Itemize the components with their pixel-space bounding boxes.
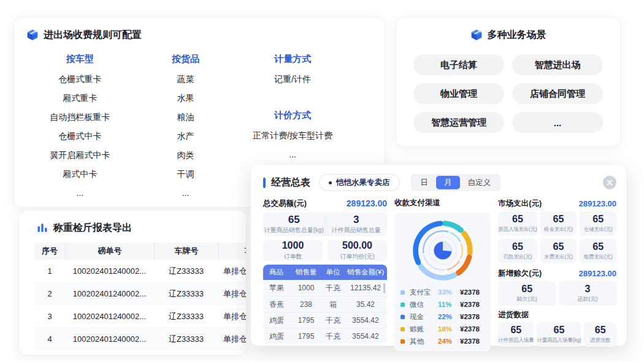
payment-donut-chart — [408, 216, 477, 285]
expense-stat-box: 65 仓储支出(元) — [580, 211, 616, 236]
stat-value: 65 — [553, 214, 564, 225]
scenario-pill[interactable]: 电子结算 — [413, 55, 504, 75]
purchase-data-title: 进货数据 — [498, 310, 616, 320]
stat-value: 3 — [585, 284, 591, 295]
product-sales-table: 商品名 销售量 单位 销售金额(¥) 苹果 1000 千克 12135.42 — [263, 265, 387, 344]
pricing-section: 计价方式 正常计费/按车型计费... — [237, 108, 348, 164]
weighing-report-header: 称重检斤报表导出 — [19, 221, 246, 235]
scenarios-card: 多种业务场景 电子结算智慧进出场物业管理店铺合同管理智慧运营管理... — [396, 17, 621, 146]
dashboard-card: 经营总表 恺恺水果专卖店 日月自定义 总交易额(元) 289123.00 — [250, 164, 627, 346]
scenario-pill[interactable]: ... — [512, 112, 603, 133]
dashboard-body: 总交易额(元) 289123.00 65 计重商品销售总量(kg) 3 计件商品… — [263, 197, 616, 351]
period-tab[interactable]: 月 — [436, 176, 460, 189]
stat-label: 水费支出(元) — [544, 254, 573, 261]
stat-value: 65 — [512, 214, 523, 225]
vehicle-type-item: 厢式中卡 — [26, 165, 134, 184]
stat-value: 65 — [595, 325, 606, 336]
vehicle-type-item: 自动挡栏板重卡 — [26, 108, 134, 127]
scenarios-title: 多种业务场景 — [488, 29, 546, 42]
market-expense-value: 289123.00 — [579, 199, 616, 208]
scenario-pill[interactable]: 智慧运营管理 — [413, 112, 504, 133]
cell-unit: 千克 — [322, 312, 344, 328]
cell-product: 鸡蛋 — [263, 328, 290, 344]
purchase-stat-box: 65 计件货品入场量 — [498, 322, 534, 347]
stat-value: 65 — [263, 214, 325, 226]
fee-rules-header: 进出场收费规则可配置 — [26, 28, 372, 42]
legend-swatch — [401, 327, 405, 331]
cell-vehicle-type: 单排仓 — [218, 260, 247, 282]
stat-value: 65 — [592, 241, 604, 252]
table-row[interactable]: 3 100202401240002... 辽Z33333 单排仓 — [34, 305, 247, 328]
credit-stat-box: 65 赊欠(元) — [498, 281, 556, 306]
goods-item: 粮油 — [134, 108, 238, 127]
page: 进出场收费规则可配置 按车型 仓栅式重卡厢式重卡自动挡栏板重卡仓栅式中卡翼开启厢… — [0, 0, 644, 362]
stat-label: 货品入场支出(元) — [498, 226, 537, 233]
scrollbar-thumb[interactable] — [383, 283, 385, 293]
stat-label: 订单均价(元) — [340, 252, 375, 261]
scenario-pill[interactable]: 店铺合同管理 — [512, 83, 603, 104]
legend-row: 现金 22% ¥2378 — [401, 311, 485, 323]
stat-label: 电费支出(元) — [584, 254, 613, 261]
stat-value: 65 — [592, 214, 604, 225]
col-header-index: 序号 — [34, 243, 65, 260]
period-tab[interactable]: 自定义 — [460, 176, 499, 189]
stat-label: 计件商品销售总量 — [326, 226, 388, 235]
order-stat-box: 500.00 订单均价(元) — [328, 240, 387, 261]
vehicle-type-column: 按车型 仓栅式重卡厢式重卡自动挡栏板重卡仓栅式中卡翼开启厢式中卡厢式中卡... — [26, 52, 134, 203]
new-credit-label: 新增赊欠(元) — [498, 268, 542, 279]
goods-item: 水果 — [134, 89, 238, 108]
stat-value: 65 — [510, 325, 521, 336]
vehicle-type-item: 厢式重卡 — [26, 89, 134, 108]
cell-product: 鸡蛋 — [263, 312, 290, 328]
legend-label: 现金 — [410, 312, 438, 322]
stat-value: 65 — [512, 241, 523, 252]
legend-percent: 33% — [438, 288, 460, 296]
legend-label: 支付宝 — [410, 288, 438, 297]
purchase-stat-box: 65 进货次数 — [584, 322, 616, 347]
goods-item: 肉类 — [134, 146, 238, 165]
cell-vehicle-type: 单排仓 — [218, 282, 247, 304]
credit-stat-box: 3 还款(元) — [559, 281, 616, 306]
col-header-unit: 单位 — [322, 265, 344, 280]
cell-vehicle-type: 单排仓 — [218, 328, 247, 350]
legend-label: 微信 — [410, 300, 438, 309]
col-header-product: 商品名 — [263, 265, 290, 280]
table-row[interactable]: 2 100202401240002... 辽Z33333 单排仓 — [34, 282, 247, 305]
legend-row: 支付宝 33% ¥2378 — [401, 286, 485, 298]
cell-plate-no: 辽Z33333 — [154, 282, 218, 304]
goods-item: 蔬菜 — [134, 70, 238, 89]
dashboard-header: 经营总表 恺恺水果专卖店 日月自定义 — [263, 173, 616, 192]
col-header-vehicle-type: 车型 — [218, 243, 247, 260]
expense-stat-box: 65 租金支出(元) — [540, 211, 577, 236]
stat-label: 租金支出(元) — [544, 226, 573, 233]
weighing-report-title: 称重检斤报表导出 — [53, 222, 132, 235]
cell-unit: 千克 — [322, 328, 344, 344]
cell-qty: 1795 — [290, 312, 322, 328]
cell-plate-no: 辽Z33333 — [154, 260, 218, 282]
cell-plate-no: 辽Z33333 — [154, 305, 218, 327]
col-header-amount: 销售金额(¥) — [344, 265, 387, 280]
store-selector[interactable]: 恺恺水果专卖店 — [319, 174, 400, 191]
total-transaction-row: 总交易额(元) 289123.00 — [263, 198, 387, 209]
table-row[interactable]: 4 100202401240002... 辽Z33333 单排仓 — [34, 328, 247, 350]
period-tab[interactable]: 日 — [413, 176, 437, 189]
new-credit-value: 289123.00 — [579, 269, 616, 278]
close-button[interactable] — [603, 176, 616, 189]
vehicle-type-item: 仓栅式中卡 — [26, 127, 134, 146]
goods-item: 干调 — [134, 165, 238, 184]
vehicle-type-item: ... — [26, 184, 134, 203]
cell-index: 2 — [34, 282, 65, 304]
legend-amount: ¥2378 — [460, 288, 480, 296]
weighing-report-card: 称重检斤报表导出 序号 磅单号 车牌号 车型 1 100202401240002… — [18, 210, 247, 355]
dashboard-title: 经营总表 — [271, 176, 310, 189]
stat-label: 计重商品销售总量(kg) — [263, 226, 325, 235]
scenario-pill[interactable]: 物业管理 — [413, 83, 504, 104]
scenario-pill[interactable]: 智慧进出场 — [512, 55, 603, 75]
col-header-plate-no: 车牌号 — [154, 243, 218, 260]
stat-value: 65 — [553, 241, 564, 252]
cube-icon — [26, 29, 39, 41]
total-transaction-value: 289123.00 — [347, 198, 387, 208]
stat-label: 订单数 — [284, 252, 302, 261]
legend-swatch — [401, 290, 405, 295]
table-row[interactable]: 1 100202401240002... 辽Z33333 单排仓 — [34, 260, 247, 282]
